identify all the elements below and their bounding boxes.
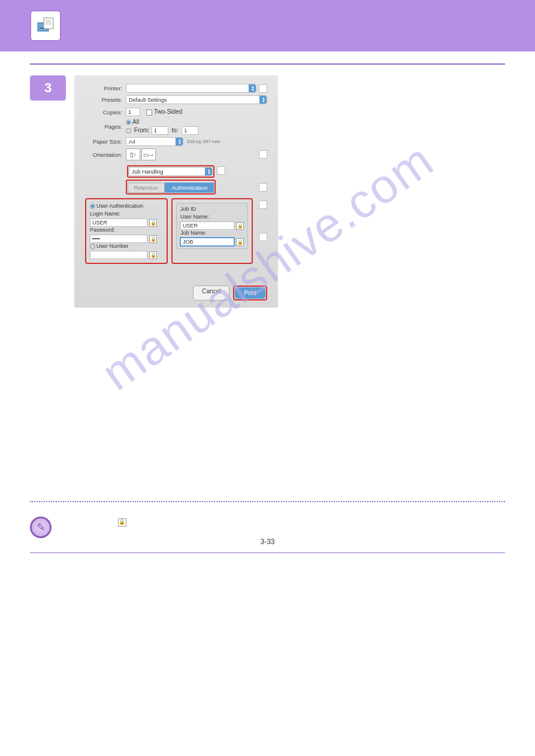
callout-marker-4	[259, 233, 267, 241]
p3-num: (3)	[286, 152, 297, 244]
tab-retention: Retention	[128, 183, 165, 193]
p5-num: (5)	[286, 381, 300, 391]
login-name-label: Login Name:	[90, 211, 163, 217]
p4-b1-sub: Enter your user name using up to 32 char…	[301, 277, 493, 317]
p4-b2-sub: Enter a job name using up to 80 characte…	[301, 327, 502, 378]
papersize-select: A4 ▲▼	[126, 137, 183, 146]
note-text: You can click the 🔒 button to lock the s…	[62, 517, 445, 527]
job-id-header: Job ID	[180, 206, 244, 212]
papersize-label: Paper Size:	[85, 138, 122, 145]
callout-marker-1	[259, 84, 267, 93]
p1-num: (1)	[286, 107, 298, 127]
presets-select: Default Settings ▲▼	[126, 95, 267, 104]
p4-b2: Job Name	[307, 317, 347, 327]
presets-value: Default Settings	[129, 97, 167, 103]
p3-b2-sub: Click the [User Number] checkbox and ent…	[301, 223, 504, 244]
lock-icon: 🔒	[149, 219, 157, 227]
orientation-label: Orientation:	[85, 151, 122, 158]
p2-num: (2)	[286, 129, 297, 150]
note-part2: button to lock the settings in order to …	[128, 518, 445, 526]
p3-text: Enter your user information.	[301, 152, 422, 162]
note-part1: You can click the	[62, 518, 118, 526]
print-button: Print	[235, 287, 265, 299]
user-auth-radio	[90, 204, 95, 209]
callout-marker-2-spacer	[259, 150, 267, 159]
user-auth-header: User Authentication	[96, 203, 143, 209]
user-auth-pane: User Authentication Login Name: USER 🔒 P…	[85, 198, 168, 264]
lock-icon: 🔒	[149, 251, 157, 259]
section-select: Job Handling ▲▼	[129, 167, 213, 176]
twosided-check: Two-Sided	[146, 108, 182, 115]
callout-marker-3	[259, 201, 267, 209]
pages-all-label: All	[132, 119, 139, 125]
p3-b2: When authentication is carried out by us…	[301, 203, 474, 223]
orientation-landscape-icon: ▭→	[141, 148, 156, 160]
p2-text: Select [Job Handling] and then click the…	[301, 129, 471, 150]
pages-to-label: to:	[171, 127, 178, 133]
job-name-label: Job Name:	[180, 230, 244, 236]
callout-marker-2b	[259, 183, 267, 192]
callout-marker-2	[217, 166, 225, 175]
p5-text: Click the [Print] button.	[303, 381, 403, 391]
pages-from-radio	[126, 128, 131, 133]
printer-select: ▲▼	[126, 84, 256, 93]
cancel-button: Cancel	[193, 286, 229, 300]
user-number-label: User Number	[96, 243, 129, 249]
lock-icon: 🔒	[149, 235, 157, 243]
printer-label: Printer:	[85, 85, 122, 92]
tab-authentication: Authentication	[165, 183, 214, 193]
lock-icon: 🔒	[118, 518, 126, 527]
pages-to-input: 1	[182, 126, 198, 135]
pages-label: Pages:	[85, 123, 122, 130]
header-bar	[0, 0, 535, 51]
divider-top	[30, 63, 505, 65]
presets-label: Presets:	[85, 96, 122, 103]
page-number: 3-33	[260, 538, 274, 546]
user-name-input: USER	[180, 221, 234, 230]
step-title-line1: Enter your user information and start	[286, 75, 471, 88]
orientation-portrait-icon: ▯↑	[126, 148, 140, 160]
p1-text: Make sure that the machine's printer nam…	[301, 107, 493, 127]
p4-num: (4)	[286, 246, 297, 378]
note-pencil-icon: ✎	[30, 517, 52, 538]
user-number-radio	[90, 244, 95, 249]
print-dialog-screenshot: Printer: ▲▼ Presets: Default Settings ▲▼…	[74, 75, 278, 308]
password-label: Password:	[90, 227, 163, 233]
svg-rect-2	[44, 18, 53, 29]
divider-dotted	[30, 501, 505, 502]
pages-all-radio	[126, 120, 131, 125]
lock-icon: 🔒	[236, 238, 244, 246]
divider-bottom	[30, 552, 505, 553]
papersize-value: A4	[129, 139, 135, 145]
p3-b1: When authentication is carried out by lo…	[301, 162, 476, 183]
lock-icon: 🔒	[236, 222, 244, 230]
user-number-input	[90, 251, 147, 259]
twosided-label: Two-Sided	[154, 108, 182, 115]
printer-page-icon	[30, 10, 61, 41]
section-value: Job Handling	[132, 169, 164, 175]
p3-b1-sub: Enter your login name in "Login Name" an…	[301, 183, 493, 203]
user-name-label: User Name:	[180, 214, 244, 220]
papersize-dim: 210 by 297 mm	[187, 139, 220, 144]
pages-from-input: 1	[152, 126, 168, 135]
password-input: ••••	[90, 235, 147, 243]
pages-from-label: From:	[134, 127, 150, 133]
step-number-badge: 3	[30, 75, 66, 101]
instructions-column: Enter your user information and start pr…	[286, 75, 505, 393]
copies-label: Copies:	[85, 109, 122, 116]
step-title-line2: printing.	[286, 89, 327, 101]
job-id-pane: Job ID User Name: USER 🔒 Job Name: JOB 🔒	[171, 198, 253, 264]
login-name-input: USER	[90, 218, 147, 227]
copies-input: 1	[126, 108, 140, 116]
p4-text: Enter the user name and job name as nece…	[301, 246, 460, 266]
p4-b1: User Name	[307, 266, 352, 277]
job-name-input: JOB	[180, 238, 234, 246]
